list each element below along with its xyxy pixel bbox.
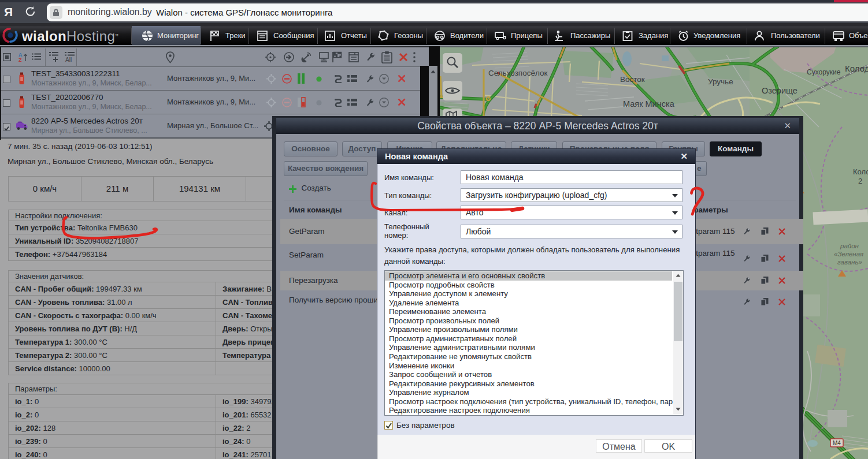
svg-text:Озерище: Озерище bbox=[762, 86, 797, 95]
svg-text:2: 2 bbox=[858, 177, 862, 185]
svg-text:Z: Z bbox=[18, 57, 22, 62]
svg-text:Сухорукие: Сухорукие bbox=[807, 68, 841, 76]
svg-text:Колод: Колод bbox=[845, 64, 868, 73]
svg-text:Сельхозпосёлок: Сельхозпосёлок bbox=[488, 69, 547, 77]
svg-text:«Зелёная: «Зелёная bbox=[834, 251, 863, 258]
svg-text:Колод: Колод bbox=[853, 167, 868, 176]
svg-text:All: All bbox=[65, 57, 72, 63]
svg-text:Восток: Восток bbox=[620, 75, 645, 84]
svg-text:Маяк Минска: Маяк Минска bbox=[623, 99, 675, 109]
svg-text:Уручье: Уручье bbox=[708, 77, 733, 86]
svg-text:район: район bbox=[840, 242, 859, 249]
svg-text:гавань»: гавань» bbox=[837, 259, 862, 266]
svg-text:М4: М4 bbox=[833, 440, 841, 446]
